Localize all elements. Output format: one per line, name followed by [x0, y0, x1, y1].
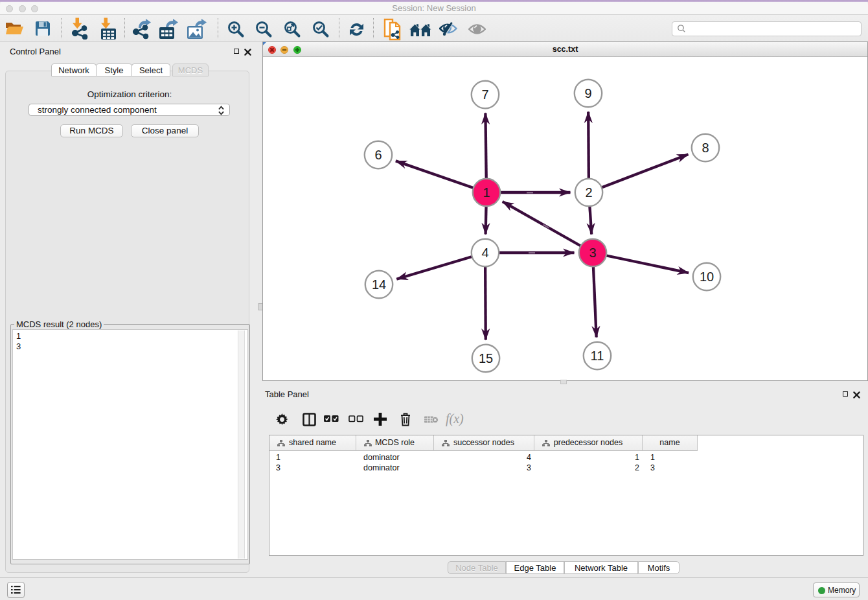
svg-text:8: 8 — [702, 141, 709, 155]
svg-text:6: 6 — [374, 148, 382, 162]
svg-text:9: 9 — [584, 86, 591, 100]
svg-text:10: 10 — [700, 270, 714, 284]
svg-text:1: 1 — [483, 185, 490, 200]
svg-text:2: 2 — [585, 185, 592, 200]
svg-text:3: 3 — [589, 246, 596, 260]
svg-text:4: 4 — [481, 246, 488, 260]
svg-text:15: 15 — [479, 351, 493, 365]
svg-text:14: 14 — [372, 277, 386, 292]
svg-text:7: 7 — [481, 87, 488, 102]
svg-text:11: 11 — [591, 349, 604, 363]
